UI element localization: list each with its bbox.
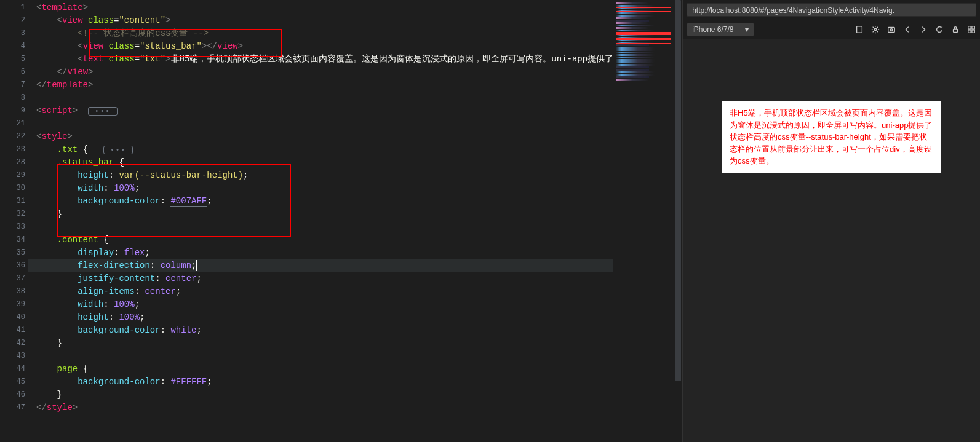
grid-icon[interactable] — [966, 25, 976, 34]
svg-rect-6 — [972, 26, 974, 28]
line-number: 3 — [0, 27, 28, 40]
svg-rect-8 — [972, 30, 974, 32]
code-line: <view class="status_bar"></view> — [28, 40, 613, 53]
svg-rect-4 — [954, 29, 958, 32]
code-line: display: flex; — [28, 247, 613, 259]
line-number: 39 — [0, 298, 28, 311]
device-label: iPhone 6/7/8 — [692, 25, 733, 34]
code-line: background-color: #007AFF; — [28, 195, 613, 208]
svg-point-3 — [890, 28, 893, 31]
code-line: } — [28, 389, 613, 401]
fold-badge[interactable]: ••• — [103, 146, 133, 154]
code-line: } — [28, 208, 613, 221]
line-number: 28− — [0, 156, 28, 169]
code-line — [28, 221, 613, 234]
line-number: 1− — [0, 1, 28, 14]
line-number: 45 — [0, 376, 28, 389]
line-number: 32 — [0, 208, 28, 221]
line-number: 2− — [0, 14, 28, 27]
line-number: 46 — [0, 389, 28, 401]
code-line: .content { — [28, 234, 613, 247]
scrollbar-vertical[interactable] — [674, 0, 682, 442]
code-line: } — [28, 337, 613, 350]
line-number: 4 — [0, 40, 28, 53]
line-number: 31 — [0, 195, 28, 208]
code-line: align-items: center; — [28, 285, 613, 298]
code-line: width: 100%; — [28, 298, 613, 311]
screenshot-icon[interactable] — [886, 25, 896, 34]
line-number: 30 — [0, 182, 28, 195]
svg-point-1 — [874, 28, 877, 31]
rotate-icon[interactable] — [855, 25, 864, 34]
code-line: </style> — [28, 401, 613, 414]
devtools-toolbar: iPhone 6/7/8 ▾ — [683, 20, 980, 39]
code-editor: 1−2−3456789−2122−23−28−293031323334−3536… — [0, 0, 682, 442]
code-line: background-color: #FFFFFF; — [28, 376, 613, 389]
refresh-icon[interactable] — [934, 25, 944, 34]
line-number: 9− — [0, 105, 28, 117]
code-line: page { — [28, 363, 613, 376]
preview-text: 非H5端，手机顶部状态栏区域会被页面内容覆盖。这是因为窗体是沉浸式的原因，即全屏… — [730, 107, 933, 167]
line-number: 5 — [0, 53, 28, 66]
line-number: 44− — [0, 363, 28, 376]
svg-rect-5 — [968, 26, 971, 28]
code-line — [28, 92, 613, 105]
lock-icon[interactable] — [950, 25, 960, 34]
code-line: height: 100%; — [28, 311, 613, 324]
device-select[interactable]: iPhone 6/7/8 ▾ — [687, 23, 754, 36]
preview-viewport: 非H5端，手机顶部状态栏区域会被页面内容覆盖。这是因为窗体是沉浸式的原因，即全屏… — [683, 39, 980, 442]
code-line: <style> — [28, 130, 613, 143]
line-gutter: 1−2−3456789−2122−23−28−293031323334−3536… — [0, 0, 28, 442]
fold-badge[interactable]: ••• — [88, 107, 118, 116]
code-line: </template> — [28, 79, 613, 92]
devtools-panel: http://localhost:8080/#/pages/4Navigatio… — [682, 0, 980, 442]
line-number: 23− — [0, 143, 28, 156]
line-number: 34− — [0, 234, 28, 247]
svg-rect-0 — [857, 26, 862, 33]
code-line: background-color: white; — [28, 324, 613, 337]
line-number: 29 — [0, 169, 28, 182]
code-line: </view> — [28, 66, 613, 79]
line-number: 7 — [0, 79, 28, 92]
line-number: 8 — [0, 92, 28, 105]
code-line: <text class="txt">非H5端，手机顶部状态栏区域会被页面内容覆盖… — [28, 53, 613, 66]
line-number: 37 — [0, 272, 28, 285]
code-line: height: var(--status-bar-height); — [28, 169, 613, 182]
line-number: 21 — [0, 117, 28, 130]
code-line: <!-- 状态栏高度的css变量 --> — [28, 27, 613, 40]
code-line-active: flex-direction: column; — [28, 259, 613, 272]
line-number: 41 — [0, 324, 28, 337]
gear-icon[interactable] — [870, 25, 880, 34]
line-number: 43 — [0, 350, 28, 363]
code-line: .status_bar { — [28, 156, 613, 169]
back-icon[interactable] — [902, 25, 912, 34]
code-content[interactable]: <template> <view class="content"> <!-- 状… — [28, 0, 613, 442]
devtools-urlbar-row: http://localhost:8080/#/pages/4Navigatio… — [683, 0, 980, 20]
line-number: 22− — [0, 130, 28, 143]
chevron-down-icon: ▾ — [745, 25, 749, 34]
code-line: <template> — [28, 1, 613, 14]
code-line: <view class="content"> — [28, 14, 613, 27]
line-number: 38 — [0, 285, 28, 298]
svg-rect-7 — [968, 30, 971, 32]
line-number: 33 — [0, 221, 28, 234]
code-line — [28, 350, 613, 363]
line-number: 35 — [0, 247, 28, 259]
code-line: width: 100%; — [28, 182, 613, 195]
line-number: 6 — [0, 66, 28, 79]
line-number: 47 — [0, 401, 28, 414]
scroll-thumb[interactable] — [675, 0, 681, 381]
line-number: 42 — [0, 337, 28, 350]
line-number: 36 — [0, 259, 28, 272]
url-input[interactable]: http://localhost:8080/#/pages/4Navigatio… — [687, 3, 976, 17]
forward-icon[interactable] — [918, 25, 928, 34]
code-line: <script> ••• — [28, 105, 613, 117]
code-line — [28, 117, 613, 130]
svg-rect-2 — [888, 27, 895, 32]
code-line: justify-content: center; — [28, 272, 613, 285]
phone-preview[interactable]: 非H5端，手机顶部状态栏区域会被页面内容覆盖。这是因为窗体是沉浸式的原因，即全屏… — [722, 101, 941, 173]
minimap[interactable] — [613, 0, 674, 442]
code-line: .txt { ••• — [28, 143, 613, 156]
line-number: 40 — [0, 311, 28, 324]
